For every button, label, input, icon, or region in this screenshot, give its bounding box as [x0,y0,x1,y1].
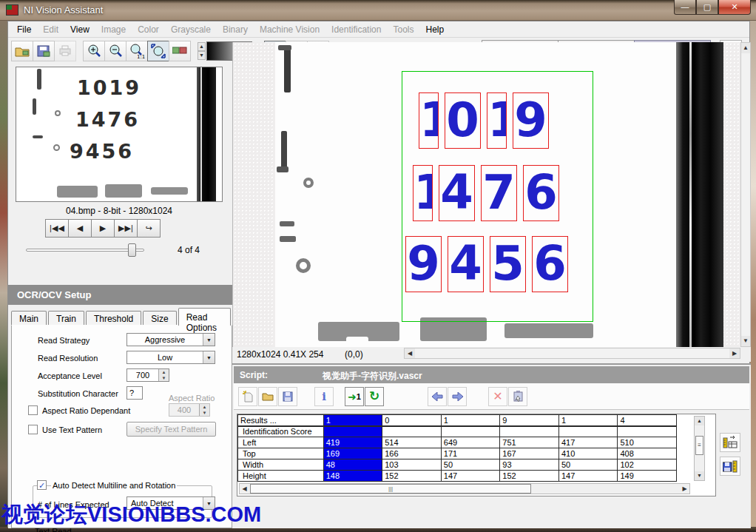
result-cell[interactable]: 419 [323,437,382,448]
row-label[interactable]: Identification Score [238,426,324,437]
new-script-icon[interactable] [238,387,257,406]
results-vertical-scrollbar[interactable]: ▲ ≡ ▼ [694,416,705,481]
substitution-character-field[interactable]: ? [126,386,143,400]
results-col-header[interactable]: 1 [323,415,382,426]
save-image-button[interactable] [33,41,55,61]
palette-spinner[interactable]: ▲▼ [198,42,206,60]
result-cell[interactable]: 167 [500,448,559,459]
scroll-down-icon[interactable]: ▼ [695,471,704,480]
result-cell[interactable] [618,426,677,437]
result-cell[interactable]: 169 [323,448,382,459]
loop-image-button[interactable]: ↪ [137,219,161,238]
result-cell[interactable]: 147 [441,471,500,482]
result-cell[interactable]: 48 [323,459,382,471]
image-viewer[interactable]: 101914769456 [232,42,740,347]
open-image-button[interactable] [11,41,33,61]
result-cell[interactable]: 50 [441,459,500,471]
result-cell[interactable] [382,426,442,437]
result-cell[interactable] [500,426,559,437]
result-cell[interactable] [558,426,618,437]
roi-rectangle[interactable]: 101914769456 [402,71,593,322]
row-label[interactable]: Height [238,471,324,482]
result-cell[interactable]: 93 [500,459,559,471]
tab-train[interactable]: Train [48,311,84,326]
scroll-up-icon[interactable]: ▲ [695,417,704,425]
viewer-horizontal-scrollbar[interactable]: ◀ ▶ [404,348,740,359]
result-cell[interactable]: 417 [558,437,618,448]
row-label[interactable]: Left [238,437,324,448]
scroll-right-icon[interactable]: ▶ [729,349,740,358]
aspect-ratio-dependant-checkbox[interactable] [28,405,38,415]
results-table[interactable]: Results ...101914Identification ScoreLef… [237,414,677,482]
zoom-one-to-one-icon[interactable]: 1:1 [126,41,148,61]
zoom-to-fit-icon[interactable] [147,41,169,61]
zoom-out-icon[interactable] [104,41,126,61]
results-col-header[interactable]: 9 [500,415,559,426]
scroll-right-icon[interactable]: ▶ [680,484,689,494]
results-header-label[interactable]: Results ... [238,415,324,426]
result-cell[interactable]: 649 [441,437,500,448]
viewer-vertical-scrollbar[interactable]: ▲ ▼ [740,42,751,347]
use-text-pattern-checkbox[interactable] [28,425,38,434]
results-col-header[interactable]: 0 [382,415,442,426]
read-strategy-dropdown[interactable]: Aggressive▼ [126,333,215,346]
menu-file[interactable]: File [11,22,37,37]
acceptance-level-spinner[interactable]: 700▲▼ [126,368,169,382]
info-icon[interactable]: i [314,387,334,406]
send-to-table-button[interactable] [720,433,740,452]
specify-text-pattern-button[interactable]: Specify Text Pattern [126,422,216,437]
menu-view[interactable]: View [64,22,95,37]
scroll-left-icon[interactable]: ◀ [405,349,415,358]
results-col-header[interactable]: 1 [558,415,618,426]
open-script-icon[interactable] [258,387,277,406]
result-cell[interactable] [323,426,382,437]
previous-image-button[interactable]: ◀ [68,219,92,238]
tab-read-options[interactable]: Read Options [178,308,231,326]
results-col-header[interactable]: 4 [618,415,677,426]
minimize-button[interactable]: — [674,0,696,15]
result-cell[interactable]: 510 [618,437,677,448]
result-cell[interactable]: 166 [382,448,442,459]
delete-step-icon[interactable]: ✕ [488,387,507,406]
result-cell[interactable]: 50 [558,459,618,471]
run-once-icon[interactable]: ➜1 [345,387,364,406]
result-cell[interactable]: 103 [382,459,442,471]
image-slider-thumb[interactable] [128,243,136,257]
run-loop-icon[interactable]: ↻ [365,387,384,406]
paste-step-icon[interactable] [508,387,527,406]
save-results-button[interactable] [720,457,740,476]
menu-help[interactable]: Help [420,22,450,37]
zoom-in-icon[interactable] [83,41,105,61]
scroll-up-icon[interactable]: ▲ [741,43,750,53]
result-cell[interactable]: 147 [558,471,618,482]
scroll-thumb[interactable]: ≡ [695,436,703,455]
save-script-icon[interactable] [278,387,297,406]
scroll-left-icon[interactable]: ◀ [240,484,249,494]
result-cell[interactable]: 102 [618,459,677,471]
result-cell[interactable]: 171 [441,448,500,459]
tab-main[interactable]: Main [11,311,47,326]
tab-threshold[interactable]: Threshold [86,311,141,326]
result-cell[interactable]: 751 [500,437,559,448]
step-forward-icon[interactable] [448,387,467,406]
last-image-button[interactable]: ▶▶| [114,219,138,238]
image-display-icon[interactable] [169,41,191,61]
print-button[interactable] [54,41,76,61]
results-horizontal-scrollbar[interactable]: ◀ ||| ▶ [239,483,690,494]
result-cell[interactable] [441,426,500,437]
close-button[interactable]: ✕ [718,0,751,15]
result-cell[interactable]: 152 [500,471,559,482]
result-cell[interactable]: 410 [558,448,618,459]
result-cell[interactable]: 408 [618,448,677,459]
first-image-button[interactable]: |◀◀ [45,219,69,238]
maximize-button[interactable]: ▢ [696,0,718,15]
scroll-down-icon[interactable]: ▼ [741,336,750,346]
results-col-header[interactable]: 1 [441,415,500,426]
result-cell[interactable]: 148 [323,471,382,482]
tab-size[interactable]: Size [143,311,176,326]
auto-detect-multiline-checkbox[interactable]: ✓ [37,480,47,490]
scroll-thumb[interactable]: ||| [250,484,531,494]
result-cell[interactable]: 149 [618,471,677,482]
next-image-button[interactable]: ▶ [91,219,115,238]
read-resolution-dropdown[interactable]: Low▼ [126,351,215,364]
